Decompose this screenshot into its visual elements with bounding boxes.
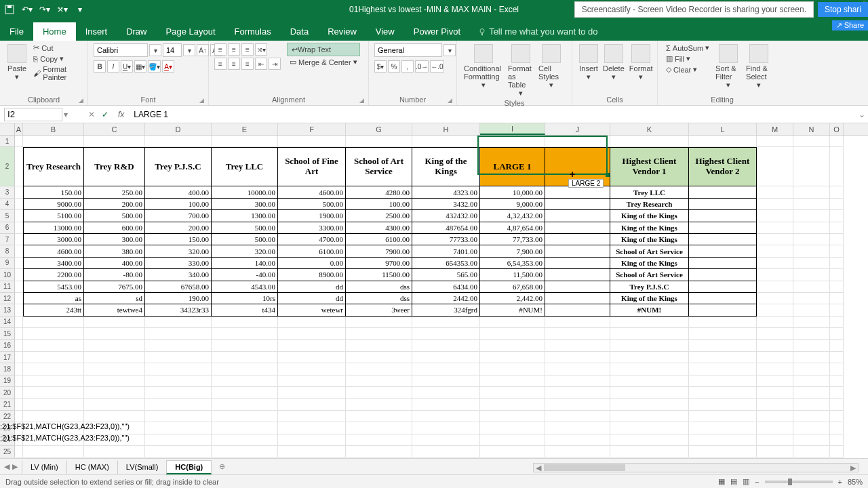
col-header[interactable]: G <box>346 123 412 135</box>
cell[interactable] <box>480 317 545 328</box>
delete-cells-button[interactable]: Delete▾ <box>601 43 626 83</box>
cell[interactable] <box>610 352 689 363</box>
cell[interactable] <box>689 340 757 351</box>
cell[interactable] <box>212 352 278 363</box>
cell[interactable]: King of the Kings <box>610 293 689 304</box>
name-box[interactable] <box>4 108 62 121</box>
cell[interactable]: #NUM! <box>610 304 689 316</box>
row-header[interactable]: 25 <box>0 446 15 458</box>
cell[interactable]: 500.00 <box>84 210 145 222</box>
font-name-dropdown-icon[interactable]: ▾ <box>149 44 161 56</box>
paste-button[interactable]: Paste▾ <box>5 43 28 83</box>
font-color-button[interactable]: A▾ <box>162 60 174 73</box>
cut-button[interactable]: ✂ Cut <box>31 43 82 53</box>
qat-customize-icon[interactable]: ▾ <box>75 4 85 15</box>
cell[interactable] <box>412 363 480 375</box>
cell[interactable]: 11,500.00 <box>480 269 545 281</box>
cell[interactable]: 3000.00 <box>23 234 84 245</box>
italic-button[interactable]: I <box>107 60 119 73</box>
cell[interactable] <box>830 352 844 363</box>
tab-data[interactable]: Data <box>281 22 318 41</box>
row-header[interactable]: 13 <box>0 304 15 316</box>
cell[interactable] <box>545 234 610 245</box>
cell[interactable]: 4700.00 <box>278 234 346 245</box>
bold-button[interactable]: B <box>94 60 106 73</box>
cell[interactable]: King of the Kings <box>610 222 689 234</box>
font-dialog-icon[interactable]: ◢ <box>199 97 204 104</box>
cell[interactable] <box>545 222 610 234</box>
cell[interactable] <box>23 352 84 363</box>
cell[interactable] <box>689 363 757 375</box>
cell[interactable]: dss <box>346 293 412 304</box>
align-top-icon[interactable]: ≡ <box>214 43 226 56</box>
cell[interactable] <box>212 328 278 340</box>
format-painter-button[interactable]: 🖌 Format Painter <box>31 64 82 82</box>
row-header[interactable]: 4 <box>0 199 15 210</box>
cell[interactable] <box>545 281 610 293</box>
fill-button[interactable]: ▥ Fill ▾ <box>663 54 712 64</box>
cell[interactable] <box>545 258 610 269</box>
cell[interactable] <box>145 411 212 422</box>
cell[interactable]: 380.00 <box>84 245 145 257</box>
cell[interactable] <box>15 446 23 458</box>
cell[interactable] <box>480 375 545 387</box>
cell[interactable] <box>212 363 278 375</box>
cell[interactable]: 0.00 <box>278 258 346 269</box>
cell[interactable] <box>793 186 830 198</box>
copy-button[interactable]: ⎘ Copy ▾ <box>31 54 82 64</box>
cell[interactable]: 67658.00 <box>145 281 212 293</box>
tab-insert[interactable]: Insert <box>76 22 117 41</box>
cell[interactable] <box>793 269 830 281</box>
cell[interactable] <box>757 340 793 351</box>
cell[interactable] <box>84 387 145 399</box>
cell[interactable] <box>480 446 545 458</box>
cell[interactable] <box>830 258 844 269</box>
cell[interactable] <box>610 136 689 147</box>
tab-power-pivot[interactable]: Power Pivot <box>404 22 470 41</box>
tab-page-layout[interactable]: Page Layout <box>157 22 225 41</box>
cell[interactable]: 2,442.00 <box>480 293 545 304</box>
cell[interactable] <box>793 411 830 422</box>
align-left-icon[interactable]: ≡ <box>214 58 226 70</box>
cell[interactable] <box>412 411 480 422</box>
cell[interactable]: 100.00 <box>145 199 212 210</box>
cell[interactable] <box>346 387 412 399</box>
row-header[interactable]: 9 <box>0 258 15 269</box>
cell[interactable]: 700.00 <box>145 210 212 222</box>
cell[interactable]: 400.00 <box>84 258 145 269</box>
cell[interactable]: 10000.00 <box>212 186 278 198</box>
cell[interactable]: tewtwe4 <box>84 304 145 316</box>
font-name-select[interactable] <box>94 43 148 57</box>
cell[interactable] <box>412 399 480 410</box>
cell[interactable]: 150.00 <box>145 234 212 245</box>
cell[interactable]: Trey LLC <box>610 186 689 198</box>
cell[interactable] <box>15 210 23 222</box>
view-normal-icon[interactable]: ▦ <box>718 477 725 486</box>
cell[interactable] <box>793 434 830 446</box>
cell[interactable] <box>757 293 793 304</box>
cell[interactable] <box>412 136 480 147</box>
cell[interactable]: sd <box>84 293 145 304</box>
cell[interactable]: 330.00 <box>145 258 212 269</box>
cell[interactable] <box>15 387 23 399</box>
cell[interactable] <box>689 422 757 434</box>
cell[interactable]: 243tt <box>23 304 84 316</box>
row-header[interactable]: 2 <box>0 147 15 186</box>
cell[interactable] <box>689 234 757 245</box>
cell[interactable] <box>545 269 610 281</box>
cell[interactable]: 2200.00 <box>23 269 84 281</box>
new-sheet-button[interactable]: ⊕ <box>215 462 229 471</box>
cell[interactable]: 4600.00 <box>278 186 346 198</box>
cell[interactable] <box>793 234 830 245</box>
cell[interactable] <box>278 340 346 351</box>
cell[interactable] <box>793 399 830 410</box>
cell[interactable] <box>689 186 757 198</box>
decrease-decimal-icon[interactable]: ←.0 <box>430 60 443 73</box>
col-header[interactable]: K <box>610 123 689 135</box>
cell[interactable] <box>278 387 346 399</box>
cell[interactable] <box>84 363 145 375</box>
zoom-in-icon[interactable]: + <box>838 478 842 486</box>
cell[interactable] <box>346 328 412 340</box>
cell[interactable] <box>23 446 84 458</box>
select-all-corner[interactable] <box>0 123 15 136</box>
